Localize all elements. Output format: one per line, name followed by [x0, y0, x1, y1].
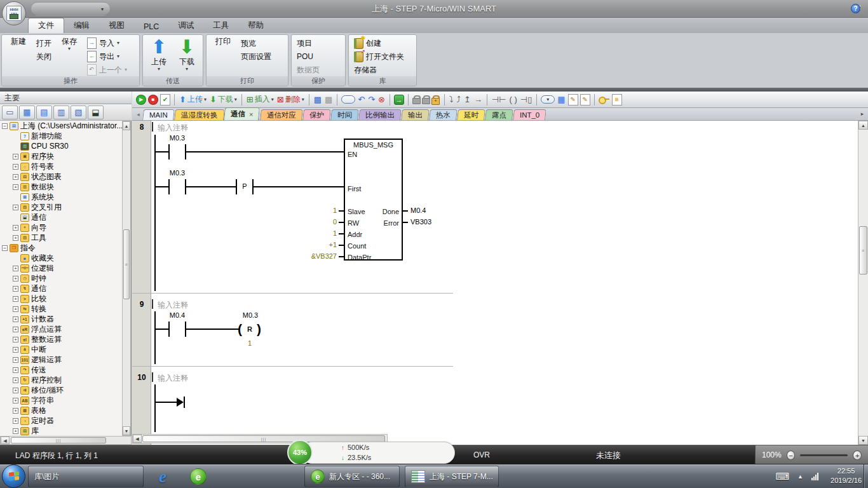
- tree-toggle[interactable]: +: [13, 286, 18, 292]
- tree-item[interactable]: − ▤ 上海 (C:\Users\Administrator...: [0, 121, 122, 131]
- taskbar-button-photos[interactable]: 库\图片: [28, 466, 144, 487]
- symbol-table-icon[interactable]: ▦: [557, 93, 566, 106]
- tab-scroll-left-icon[interactable]: ◂: [133, 109, 143, 119]
- box-select-icon[interactable]: [341, 95, 355, 104]
- editor-tab[interactable]: INT_0: [513, 109, 546, 120]
- start-button[interactable]: [2, 464, 25, 488]
- tree-item[interactable]: + ⋔ 中断: [0, 344, 122, 355]
- scroll-up-icon[interactable]: ▲: [123, 121, 130, 130]
- tree-toggle[interactable]: +: [13, 306, 18, 312]
- tree-toggle[interactable]: +: [13, 184, 18, 190]
- run-button[interactable]: ▶: [136, 95, 146, 105]
- box-instruction-icon[interactable]: ⊣▯: [520, 93, 532, 106]
- protect-pou-button[interactable]: POU: [295, 50, 322, 63]
- upload-button[interactable]: ⬆ 上传▾: [145, 36, 173, 71]
- tree-toggle[interactable]: +: [13, 357, 18, 363]
- tree-item[interactable]: − ❒ 指令: [0, 243, 122, 253]
- memory-ball[interactable]: 43%: [287, 440, 313, 465]
- properties-icon[interactable]: ≡: [612, 94, 622, 105]
- scrollbar-thumb[interactable]: ≡: [859, 226, 867, 274]
- tree-toggle[interactable]: +: [13, 377, 18, 383]
- browser-360-icon[interactable]: e: [189, 468, 207, 485]
- coil-icon[interactable]: ( ): [509, 93, 518, 106]
- tree-toggle[interactable]: −: [2, 245, 8, 251]
- zoom-slider[interactable]: [800, 454, 848, 456]
- coil-label[interactable]: M0.3: [231, 311, 269, 319]
- tree-item[interactable]: + > 比较: [0, 294, 122, 304]
- line-up-icon[interactable]: ↥: [463, 93, 471, 106]
- contact-icon[interactable]: ⊣⊢: [491, 93, 507, 106]
- tree-item[interactable]: + ▨ 工具: [0, 233, 122, 243]
- pou-gray-icon[interactable]: ▩: [324, 93, 333, 106]
- program-view-icon[interactable]: ▤: [36, 105, 52, 119]
- page-setup-button[interactable]: 页面设置: [239, 50, 273, 63]
- contact-label[interactable]: M0.4: [158, 311, 196, 319]
- contact[interactable]: [168, 179, 170, 194]
- scrollbar-thumb[interactable]: ≡: [123, 229, 130, 299]
- delete-network-icon[interactable]: ⊗: [377, 93, 386, 106]
- pin-value[interactable]: &VB327: [283, 252, 337, 260]
- tree-item[interactable]: + +1 计数器: [0, 314, 122, 324]
- tree-toggle[interactable]: +: [13, 398, 18, 403]
- tree-toggle[interactable]: +: [13, 337, 18, 342]
- stop-button[interactable]: ■: [148, 95, 158, 105]
- tree-item[interactable]: ■ 收藏夹: [0, 253, 122, 263]
- open-wire-arrow[interactable]: [177, 398, 184, 407]
- pin-operand[interactable]: VB303: [410, 218, 431, 226]
- library-memory-button[interactable]: 存储器: [352, 64, 406, 76]
- taskbar-clock[interactable]: 22:55 2019/2/16: [831, 466, 862, 485]
- editor-vertical-scrollbar[interactable]: ▲ ≡ ▼: [858, 121, 868, 445]
- protect-data-page-button[interactable]: 数据页: [295, 64, 322, 76]
- address-tag-icon[interactable]: ▾: [541, 95, 555, 104]
- tree-toggle[interactable]: +: [13, 388, 18, 393]
- tree-toggle[interactable]: +: [13, 235, 18, 241]
- menu-tab[interactable]: 视图: [99, 18, 134, 33]
- tree-toggle[interactable]: −: [2, 123, 8, 129]
- network-comment[interactable]: 输入注释: [158, 300, 188, 311]
- tree-item[interactable]: + ▤ 库: [0, 426, 122, 436]
- tree-toggle[interactable]: +: [13, 225, 18, 231]
- print-button[interactable]: 打印: [208, 36, 238, 46]
- menu-tab[interactable]: 帮助: [238, 18, 273, 33]
- internet-explorer-icon[interactable]: e: [154, 468, 172, 485]
- network-comment[interactable]: 输入注释: [158, 123, 188, 133]
- undo-icon[interactable]: ↶: [357, 93, 365, 106]
- line-right-icon[interactable]: →: [473, 93, 483, 106]
- tree-item[interactable]: + 101 逻辑运算: [0, 355, 122, 365]
- tree-item[interactable]: + ▧ 交叉引用: [0, 202, 122, 212]
- table-view-icon[interactable]: ▦: [19, 105, 35, 119]
- tree-toggle[interactable]: +: [13, 174, 18, 180]
- editor-tab[interactable]: 保护: [302, 109, 331, 120]
- lock-alt-icon[interactable]: [422, 95, 430, 105]
- scroll-left-icon[interactable]: ◀: [133, 435, 142, 443]
- app-icon[interactable]: HHHHH: [2, 1, 26, 25]
- close-button-ribbon[interactable]: 关闭: [34, 50, 53, 63]
- tree-item[interactable]: + ✦ 向导: [0, 222, 122, 233]
- tree-item[interactable]: + ⇆ 转换: [0, 304, 122, 314]
- tree-item[interactable]: + ◔ 定时器: [0, 416, 122, 426]
- tree-horizontal-scrollbar[interactable]: ◀ |||: [0, 436, 132, 445]
- tree-item[interactable]: ▦ 系统块: [0, 192, 122, 202]
- tree-toggle[interactable]: +: [13, 316, 18, 322]
- tree-item[interactable]: + ▣ 程序块: [0, 151, 122, 161]
- editor-tab[interactable]: 露点: [485, 109, 513, 120]
- keyboard-icon[interactable]: ⌨: [775, 471, 789, 482]
- editor-tab[interactable]: 通信×: [224, 107, 261, 120]
- tree-item[interactable]: + ○ 符号表: [0, 161, 122, 172]
- pin-value[interactable]: 0: [283, 218, 337, 226]
- chart-view-icon[interactable]: ▧: [71, 105, 86, 119]
- new-button[interactable]: 新建: [4, 36, 33, 46]
- protect-project-button[interactable]: 项目: [295, 37, 322, 50]
- menu-tab[interactable]: PLC: [134, 20, 168, 33]
- scrollbar-thumb[interactable]: |||: [11, 437, 106, 444]
- show-desktop-button[interactable]: [864, 464, 868, 488]
- scroll-down-icon[interactable]: ▼: [858, 436, 868, 445]
- delete-button[interactable]: ⊠删除▾: [276, 93, 305, 106]
- insert-button[interactable]: ⊞插入▾: [246, 93, 275, 106]
- redo-icon[interactable]: ↷: [367, 93, 376, 106]
- menu-tab[interactable]: 文件: [28, 18, 64, 33]
- ladder-canvas[interactable]: 8 输入注释 M0.3 M0.3 P: [132, 121, 868, 445]
- open-button[interactable]: 打开: [34, 37, 53, 50]
- lock-add-icon[interactable]: [431, 95, 440, 105]
- preview-button[interactable]: 预览: [239, 37, 273, 50]
